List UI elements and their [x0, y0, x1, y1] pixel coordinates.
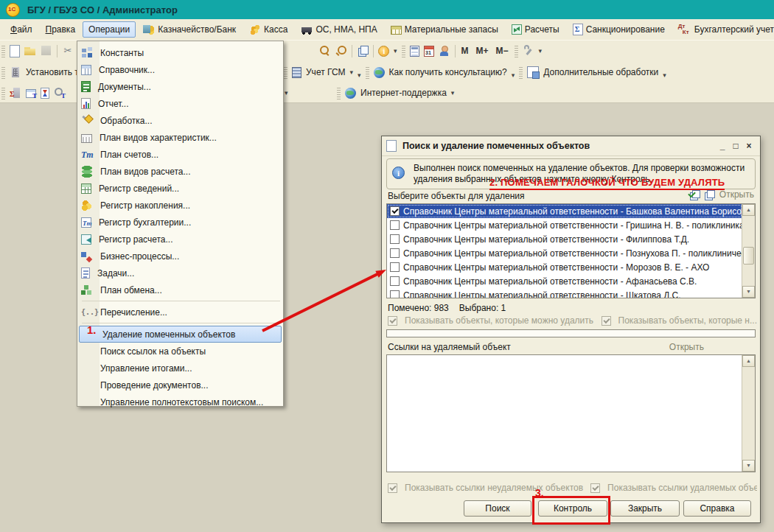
- operations-menu-item[interactable]: Проведение документов...: [77, 377, 283, 393]
- cut-icon[interactable]: ✂: [62, 45, 74, 57]
- operations-menu-item[interactable]: Справочник...: [77, 61, 283, 78]
- operations-menu-item[interactable]: Регистр бухгалтерии...: [77, 214, 283, 231]
- menu-materials[interactable]: Материальные запасы: [385, 21, 504, 38]
- find-icon[interactable]: [319, 45, 331, 57]
- object-row[interactable]: Справочник Центры материальной ответстве…: [387, 288, 742, 298]
- show-links-deletable-checkbox[interactable]: [590, 483, 600, 493]
- settings-wrench-icon[interactable]: [523, 45, 534, 57]
- check-all-icon[interactable]: [690, 190, 700, 200]
- close-button[interactable]: ×: [742, 141, 756, 151]
- dialog-title-bar[interactable]: Поиск и удаление помеченных объектов _ □…: [382, 136, 760, 156]
- scroll-up-icon[interactable]: ▲: [742, 355, 755, 367]
- scroll-down-icon[interactable]: ▼: [742, 286, 755, 298]
- show-deletable-checkbox[interactable]: [388, 316, 397, 326]
- search-button[interactable]: Поиск: [464, 500, 531, 517]
- toolbar-drag-handle[interactable]: [337, 86, 341, 99]
- object-row[interactable]: Справочник Центры материальной ответстве…: [387, 274, 742, 288]
- gsm-dropdown-icon[interactable]: ▾: [349, 69, 353, 76]
- operations-menu-item[interactable]: Управление итогами...: [77, 360, 283, 377]
- menu-accounting[interactable]: ДтКтБухгалтерский учет: [672, 21, 774, 38]
- save-icon[interactable]: [41, 45, 52, 57]
- operations-menu-item[interactable]: Отчет...: [77, 95, 283, 112]
- operations-menu-item[interactable]: Регистр сведений...: [77, 180, 283, 197]
- exchange-document-icon[interactable]: [41, 88, 49, 99]
- object-checkbox[interactable]: [390, 248, 400, 258]
- toolbar-drag-handle[interactable]: [515, 44, 518, 57]
- calendar-icon[interactable]: 31: [424, 46, 434, 57]
- consultation-dropdown-icon[interactable]: ▾: [512, 71, 515, 79]
- 1c-app-icon[interactable]: [6, 3, 20, 17]
- operations-menu-item[interactable]: Задачи...: [77, 265, 283, 281]
- scroll-up-icon[interactable]: ▲: [742, 204, 755, 216]
- open-document-icon[interactable]: [24, 45, 36, 57]
- minimize-button[interactable]: _: [716, 141, 729, 151]
- object-checkbox[interactable]: [390, 234, 400, 244]
- object-row[interactable]: Справочник Центры материальной ответстве…: [387, 218, 742, 232]
- menu-operations[interactable]: Операции: [83, 21, 136, 38]
- operations-menu-item[interactable]: План обмена...: [77, 281, 283, 298]
- help-button[interactable]: Справка: [683, 500, 751, 517]
- operations-menu-item[interactable]: Константы: [77, 44, 283, 61]
- find-text-icon[interactable]: [54, 87, 66, 99]
- object-checkbox[interactable]: [390, 206, 400, 216]
- object-row[interactable]: Справочник Центры материальной ответстве…: [387, 232, 742, 246]
- uncheck-all-icon[interactable]: [705, 190, 715, 200]
- operations-menu-item[interactable]: Управление полнотекстовым поиском...: [77, 393, 283, 410]
- operations-menu-item[interactable]: {..}Перечисление...: [77, 304, 283, 321]
- open-object-link[interactable]: Открыть: [719, 189, 754, 200]
- operations-menu-item[interactable]: Обработка...: [77, 112, 283, 129]
- open-link-button[interactable]: Открыть: [669, 342, 704, 352]
- extra-processing-button[interactable]: Дополнительные обработки: [543, 67, 658, 77]
- operations-menu-item[interactable]: Регистр расчета...: [77, 231, 283, 248]
- org-report-icon[interactable]: [10, 87, 21, 99]
- operations-menu-item[interactable]: Регистр накопления...: [77, 197, 283, 214]
- toolbar-drag-handle[interactable]: [1, 66, 5, 79]
- menu-edit[interactable]: Правка: [40, 21, 82, 38]
- toolbar-drag-handle[interactable]: [519, 66, 523, 79]
- show-links-nondeletable-checkbox[interactable]: [388, 483, 397, 493]
- show-nondeletable-checkbox[interactable]: [602, 316, 611, 326]
- consultation-button[interactable]: Как получить консультацию?: [389, 67, 507, 77]
- scroll-down-icon[interactable]: ▼: [742, 460, 755, 472]
- settings-dropdown-icon[interactable]: ▾: [539, 47, 543, 55]
- object-row[interactable]: Справочник Центры материальной ответстве…: [387, 204, 742, 218]
- toolbar-drag-handle[interactable]: [402, 44, 405, 57]
- memory-plus-button[interactable]: М+: [475, 45, 490, 57]
- object-checkbox[interactable]: [390, 220, 400, 230]
- menu-sanction[interactable]: Санкционирование: [567, 21, 671, 38]
- object-checkbox[interactable]: [390, 290, 400, 298]
- operations-menu-item[interactable]: Поиск ссылок на объекты: [77, 343, 283, 360]
- operations-menu-item[interactable]: План видов расчета...: [77, 163, 283, 180]
- copy-icon[interactable]: [357, 45, 369, 57]
- object-row[interactable]: Справочник Центры материальной ответстве…: [387, 246, 742, 260]
- info-dropdown-icon[interactable]: ▾: [394, 47, 397, 55]
- toolbar-drag-handle[interactable]: [284, 66, 287, 79]
- extra-dropdown-icon[interactable]: ▾: [663, 71, 666, 79]
- toolbar-drag-handle[interactable]: [366, 66, 369, 79]
- objects-scrollbar[interactable]: ▲ ▼: [742, 204, 755, 298]
- new-document-icon[interactable]: [10, 45, 20, 57]
- toolbar-drag-handle[interactable]: [1, 86, 5, 99]
- overflow-chevron-icon[interactable]: ▾: [358, 71, 361, 79]
- memory-button[interactable]: М: [460, 45, 470, 57]
- info-icon[interactable]: [378, 46, 389, 57]
- maximize-button[interactable]: □: [729, 141, 742, 151]
- toolbar-drag-handle[interactable]: [1, 44, 5, 57]
- internet-support-button[interactable]: Интернет-поддержка: [360, 88, 447, 98]
- close-button[interactable]: Закрыть: [610, 500, 680, 517]
- object-checkbox[interactable]: [390, 276, 400, 286]
- user-icon[interactable]: [439, 45, 450, 57]
- menu-file[interactable]: Файл: [4, 21, 38, 38]
- operations-menu-item[interactable]: Бизнес-процессы...: [77, 248, 283, 265]
- links-scrollbar[interactable]: ▲ ▼: [742, 355, 755, 472]
- uchet-gsm-button[interactable]: Учет ГСМ: [306, 67, 345, 77]
- menu-os-nma-npa[interactable]: ОС, НМА, НПА: [295, 21, 383, 38]
- operations-menu-item[interactable]: Документы...: [77, 78, 283, 95]
- operations-menu-item[interactable]: План видов характеристик...: [77, 129, 283, 146]
- internet-dropdown-icon[interactable]: ▾: [451, 89, 455, 97]
- menu-treasury[interactable]: Казначейство/Банк: [137, 21, 242, 38]
- object-row[interactable]: Справочник Центры материальной ответстве…: [387, 260, 742, 274]
- menu-raschety[interactable]: Расчеты: [506, 21, 565, 38]
- calculator-icon[interactable]: [410, 46, 419, 57]
- scroll-thumb[interactable]: [743, 247, 754, 265]
